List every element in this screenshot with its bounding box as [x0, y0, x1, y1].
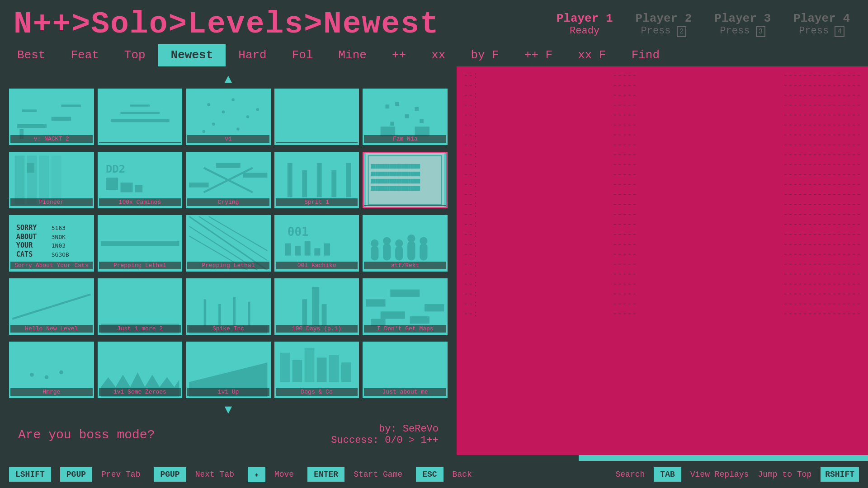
up-arrow-icon: ▲	[225, 73, 232, 87]
level-author: by: SeReVo	[331, 423, 439, 435]
player2-status: Press 2	[636, 25, 692, 37]
score-row: --:---------------------	[463, 160, 861, 169]
score-name: -----	[613, 310, 649, 319]
tab-best[interactable]: Best	[5, 44, 58, 66]
page-title: N++>Solo>Levels>Newest	[14, 7, 439, 42]
svg-rect-104	[312, 287, 319, 326]
svg-rect-124	[292, 360, 302, 382]
svg-rect-48	[302, 170, 307, 197]
level-cell-10[interactable]: █████████████████████ ██████████████████…	[363, 152, 448, 208]
tab-plusplusf[interactable]: ++ F	[512, 44, 565, 66]
svg-rect-26	[420, 119, 424, 123]
level-name-1: v: NACKT 2	[10, 135, 93, 143]
jump-to-top-action[interactable]: Jump to Top	[758, 470, 811, 479]
level-cell-4[interactable]	[274, 89, 359, 145]
level-list-panel: ▲ v: NACKT 2	[0, 66, 457, 455]
tab-xx[interactable]: xx	[419, 44, 458, 66]
svg-text:1N03: 1N03	[52, 242, 66, 249]
score-value: ----------------	[783, 91, 861, 100]
view-replays-action[interactable]: View Replays	[690, 470, 749, 479]
header: N++>Solo>Levels>Newest Player 1 Ready Pl…	[0, 0, 868, 44]
svg-point-116	[45, 375, 49, 379]
level-cell-16[interactable]: Hello New Level	[9, 278, 94, 335]
scroll-down-button[interactable]: ▼	[9, 403, 448, 417]
svg-rect-85	[396, 246, 403, 260]
level-cell-9[interactable]: Sprit 1	[274, 152, 359, 208]
svg-rect-7	[110, 119, 169, 122]
score-row: --:---------------------	[463, 220, 861, 229]
level-cell-23[interactable]: 1v1 Up	[186, 342, 271, 398]
svg-point-18	[256, 108, 259, 111]
level-cell-2[interactable]	[98, 89, 183, 145]
player3-status: Press 3	[714, 25, 771, 37]
level-cell-13[interactable]: Prepping Lethal	[186, 215, 271, 272]
score-name: -----	[613, 101, 649, 110]
score-rank: --:	[463, 111, 478, 120]
svg-text:SORRY: SORRY	[16, 224, 37, 232]
tab-mine[interactable]: Mine	[326, 44, 379, 66]
tab-xxf[interactable]: xx F	[565, 44, 618, 66]
level-cell-12[interactable]: Prepping Lethal	[98, 215, 183, 272]
level-cell-15[interactable]: atf/Rekt	[363, 215, 448, 272]
level-cell-22[interactable]: 1v1 Some Zeroes	[98, 342, 183, 398]
tab-newest[interactable]: Newest	[158, 44, 226, 66]
svg-rect-3	[22, 109, 37, 112]
svg-rect-50	[331, 170, 336, 197]
svg-rect-4	[61, 104, 80, 107]
score-row: --:---------------------	[463, 190, 861, 199]
level-cell-6[interactable]: Pioneer	[9, 152, 94, 208]
level-cell-19[interactable]: 100 Days (p.1)	[274, 278, 359, 335]
level-name-5: Fam Nia	[364, 135, 446, 143]
level-cell-17[interactable]: Just 1 more 2	[98, 278, 183, 335]
level-cell-8[interactable]: Crying	[186, 152, 271, 208]
svg-point-117	[59, 371, 63, 375]
score-name: -----	[613, 240, 649, 249]
level-cell-14[interactable]: 001 001 Kachiko	[274, 215, 359, 272]
score-value: ----------------	[783, 200, 861, 209]
level-cell-24[interactable]: Dogs & Co	[274, 342, 359, 398]
player3-name: Player 3	[714, 12, 771, 25]
tab-byf[interactable]: by F	[458, 44, 511, 66]
player1-status: Ready	[557, 25, 613, 37]
tab-feat[interactable]: Feat	[58, 44, 111, 66]
tab-plusplus[interactable]: ++	[379, 44, 419, 66]
svg-point-88	[371, 239, 378, 247]
tab-top[interactable]: Top	[112, 44, 158, 66]
level-cell-20[interactable]: I Don't Get Maps	[363, 278, 448, 335]
score-rank: --:	[463, 190, 478, 199]
level-cell-11[interactable]: SORRY ABOUT YOUR CATS 5163 3NOK 1N03 SG3…	[9, 215, 94, 272]
svg-text:ABOUT: ABOUT	[16, 233, 37, 241]
player2-key: 2	[677, 26, 687, 37]
score-value: ----------------	[783, 190, 861, 199]
score-row: --:---------------------	[463, 230, 861, 239]
start-game-label: Start Game	[354, 470, 402, 479]
svg-text:5163: 5163	[52, 225, 66, 231]
scroll-up-button[interactable]: ▲	[9, 73, 448, 87]
search-action[interactable]: Search	[616, 470, 645, 479]
svg-rect-37	[106, 178, 118, 190]
tab-fol[interactable]: Fol	[279, 44, 326, 66]
level-cell-18[interactable]: Spike Inc	[186, 278, 271, 335]
level-cell-1[interactable]: v: NACKT 2	[9, 89, 94, 145]
main-content: ▲ v: NACKT 2	[0, 66, 868, 455]
svg-rect-127	[329, 355, 339, 382]
level-cell-3[interactable]: v1	[186, 89, 271, 145]
svg-rect-1	[17, 124, 47, 128]
svg-rect-44	[243, 173, 267, 178]
level-cell-7[interactable]: DD2 100x Caminos	[98, 152, 183, 208]
level-cell-21[interactable]: Hmrge	[9, 342, 94, 398]
level-name-4	[276, 142, 358, 143]
score-rank: --:	[463, 200, 478, 209]
level-cell-5[interactable]: Fam Nia	[363, 89, 448, 145]
svg-rect-111	[381, 311, 405, 319]
svg-rect-110	[425, 304, 444, 311]
svg-text:SG3OB: SG3OB	[52, 251, 69, 258]
tab-find[interactable]: Find	[619, 44, 672, 66]
score-value: ----------------	[783, 240, 861, 249]
svg-rect-38	[120, 183, 132, 192]
svg-rect-106	[321, 304, 326, 326]
tab-hard[interactable]: Hard	[226, 44, 279, 66]
score-name: -----	[613, 300, 649, 309]
level-cell-25[interactable]: Just about me	[363, 342, 448, 398]
player3-key: 3	[756, 26, 766, 37]
